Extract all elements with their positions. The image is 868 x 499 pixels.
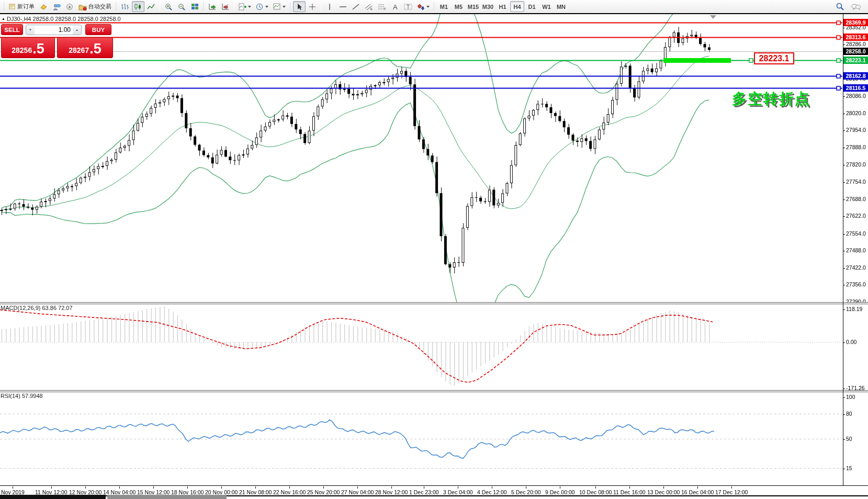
chat-icon (851, 3, 861, 10)
fibonacci-button[interactable]: F (376, 1, 388, 12)
chart-shift-button[interactable] (219, 1, 232, 12)
price-axis-tick: 28086.0 (843, 93, 868, 99)
macd-pane-divider[interactable] (0, 302, 868, 304)
indicators-icon (239, 3, 246, 10)
volume-down-button[interactable]: ▼ (26, 25, 35, 35)
time-axis-label: 10 Dec 08:00 (579, 486, 612, 495)
timeframe-button[interactable]: MN (554, 1, 568, 12)
new-order-button[interactable]: 新订单 (7, 1, 37, 12)
templates-button[interactable] (271, 1, 288, 12)
price-axis-border (843, 14, 843, 485)
chart-candles-button[interactable] (132, 1, 144, 12)
timeframe-button[interactable]: M5 (452, 1, 466, 12)
chart-shift-marker-icon[interactable] (710, 15, 716, 19)
buy-button[interactable]: BUY (85, 24, 111, 35)
horizontal-line-button[interactable] (336, 1, 349, 12)
sell-price: 28256 (12, 45, 32, 56)
trendline-button[interactable] (350, 1, 362, 12)
history-center-button[interactable] (37, 1, 50, 12)
vertical-line-button[interactable] (323, 1, 336, 12)
rsi-axis-tick: 100 (843, 394, 868, 400)
time-axis-label: 21 Nov 08:00 (239, 486, 272, 495)
price-axis-tick: 27488.0 (843, 247, 868, 253)
chart-canvas[interactable] (0, 0, 868, 499)
periods-button[interactable] (254, 1, 270, 12)
macd-axis-tick: 0.00 (843, 339, 868, 345)
volume-up-button[interactable]: ▲ (73, 25, 81, 35)
cursor-button[interactable] (293, 1, 306, 12)
one-click-trade-panel: SELL ▼ ▲ BUY 28256 .5 28267 .5 (1, 24, 113, 58)
toolbar-separator (234, 2, 234, 11)
auto-scroll-button[interactable] (206, 1, 219, 12)
chart-line-button[interactable] (145, 1, 157, 12)
equidistant-channel-button[interactable]: E (363, 1, 375, 12)
svg-text:T: T (407, 4, 410, 10)
text-label-icon: T (404, 3, 412, 10)
text-button[interactable]: A (389, 1, 401, 12)
time-axis-label: 3 Dec 04:00 (443, 486, 473, 495)
rsi-axis-tick: 15 (843, 465, 868, 471)
time-axis-label: 13 Dec 00:00 (647, 486, 680, 495)
price-axis-tick: 27688.0 (843, 196, 868, 202)
timeframe-button[interactable]: M30 (481, 1, 495, 12)
chat-button[interactable] (849, 1, 863, 12)
rsi-pane-divider[interactable] (0, 390, 868, 392)
sell-price-button[interactable]: 28256 .5 (1, 37, 55, 58)
toolbar-grip[interactable] (3, 2, 5, 12)
time-axis-label: 18 Nov 16:00 (171, 486, 204, 495)
annotation-text[interactable]: 多空转折点 (732, 89, 810, 109)
tile-windows-button[interactable] (188, 1, 201, 12)
buy-price-button[interactable]: 28267 .5 (57, 37, 113, 58)
crosshair-button[interactable] (306, 1, 319, 12)
buy-price-fraction: .5 (89, 42, 102, 56)
line-chart-icon (147, 3, 155, 10)
time-axis-label: Nov 2019 (1, 486, 25, 495)
toolbar: 新订单 自动交易 (0, 0, 868, 13)
timeframe-button[interactable]: H4 (510, 1, 524, 12)
trade-panel-toggle-icon[interactable]: ▲ (2, 17, 5, 20)
toolbar-grip[interactable] (433, 2, 435, 12)
auto-trading-button[interactable]: 自动交易 (76, 1, 114, 12)
macd-indicator-label: MACD(12,26,9) 63.86 72.07 (1, 305, 73, 311)
community-button[interactable] (50, 1, 63, 12)
rsi-axis-tick: 50 (843, 436, 868, 442)
toolbar-grip[interactable] (202, 2, 205, 12)
search-button[interactable] (833, 1, 846, 12)
timeframe-button[interactable]: W1 (539, 1, 554, 12)
volume-input[interactable] (35, 25, 73, 35)
zoom-out-button[interactable] (175, 1, 188, 12)
toolbar-grip[interactable] (115, 2, 117, 12)
price-callout-label[interactable]: 28223.1 (754, 52, 794, 64)
zoom-in-button[interactable] (162, 1, 175, 12)
svg-text:A: A (393, 3, 398, 10)
sell-price-fraction: .5 (32, 42, 44, 56)
horizontal-line-icon (339, 3, 347, 10)
toolbar-grip[interactable] (289, 2, 291, 12)
time-axis-label: 22 Nov 16:00 (273, 486, 306, 495)
price-tag: 28116.5 (843, 84, 868, 92)
arrows-button[interactable] (415, 1, 432, 12)
time-axis-label: 20 Nov 00:00 (205, 486, 238, 495)
price-axis-tick: 27554.0 (843, 230, 868, 237)
dropdown-caret-icon (248, 6, 251, 8)
price-axis-tick: 27356.0 (843, 281, 868, 287)
price-axis-tick: 27754.0 (843, 179, 868, 185)
chart-bars-button[interactable] (119, 1, 131, 12)
fibonacci-icon: F (378, 3, 386, 10)
timeframe-button[interactable]: D1 (525, 1, 539, 12)
chart-title: DJ30-,H4 28258.0 28258.0 28258.0 28258.0 (7, 16, 121, 22)
timeframe-button[interactable]: M1 (437, 1, 451, 12)
sell-button[interactable]: SELL (1, 24, 23, 35)
timeframe-button[interactable]: M15 (466, 1, 480, 12)
timeframe-button[interactable]: H1 (495, 1, 510, 12)
signals-button[interactable] (63, 1, 76, 12)
macd-axis-tick: 118.19 (843, 306, 868, 312)
new-order-icon (9, 3, 16, 10)
zoom-out-icon (178, 3, 186, 10)
text-label-button[interactable]: T (402, 1, 414, 12)
indicators-button[interactable] (236, 1, 253, 12)
dropdown-caret-icon (426, 6, 430, 8)
time-axis-label: 28 Nov 12:00 (375, 486, 408, 495)
auto-trading-icon (78, 3, 87, 10)
time-axis-label: 1 Dec 23:00 (409, 486, 439, 495)
